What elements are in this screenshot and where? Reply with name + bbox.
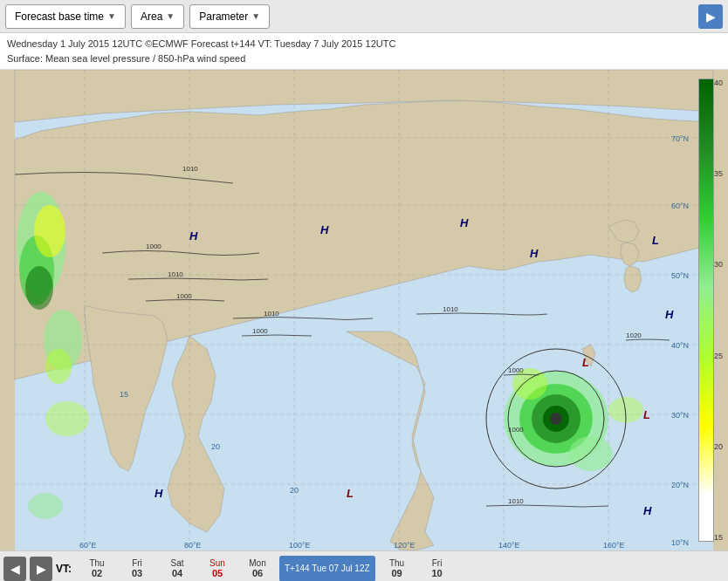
svg-point-28: [25, 266, 53, 310]
forecast-info-line1: Wednesday 1 July 2015 12UTC ©ECMWF Forec…: [7, 37, 721, 51]
svg-text:H: H: [530, 247, 539, 260]
svg-text:L: L: [652, 234, 659, 247]
svg-text:20: 20: [211, 442, 220, 451]
timeline-item-sat04[interactable]: Sat 04: [159, 557, 196, 580]
timeline-item-fri10[interactable]: Fri 10: [419, 557, 456, 580]
svg-text:160°E: 160°E: [603, 541, 625, 550]
parameter-label: Parameter: [199, 10, 248, 23]
svg-text:1010: 1010: [182, 165, 198, 173]
forecast-info-line2: Surface: Mean sea level pressure / 850-h…: [7, 51, 721, 66]
forecast-base-time-label: Forecast base time: [15, 10, 104, 23]
svg-text:80°E: 80°E: [184, 541, 202, 550]
svg-text:L: L: [643, 408, 650, 421]
timeline-active-label: T+144 Tue 07 Jul 12Z: [285, 564, 370, 573]
area-button[interactable]: Area ▼: [131, 4, 184, 29]
scale-label-30: 30: [700, 260, 723, 269]
svg-text:1010: 1010: [508, 497, 524, 505]
timeline-day: Fri: [132, 558, 142, 568]
timeline-item-thu09[interactable]: Thu 09: [379, 557, 416, 580]
svg-text:20: 20: [290, 486, 299, 495]
svg-text:60°N: 60°N: [671, 202, 689, 210]
weather-map: 70°N 60°N 50°N 40°N 30°N 20°N 10°N 60°E …: [0, 70, 728, 550]
svg-point-38: [34, 205, 65, 257]
svg-text:1000: 1000: [176, 292, 192, 300]
svg-text:30°N: 30°N: [671, 411, 689, 420]
scale-label-25: 25: [700, 352, 723, 360]
svg-text:40°N: 40°N: [671, 341, 689, 350]
svg-text:1000: 1000: [508, 366, 524, 374]
timeline-item-mon06[interactable]: Mon 06: [239, 557, 276, 580]
timeline-day: Thu: [389, 558, 404, 568]
svg-text:1000: 1000: [508, 426, 524, 434]
svg-text:140°E: 140°E: [498, 541, 520, 550]
svg-text:1010: 1010: [168, 270, 183, 278]
svg-text:15: 15: [120, 390, 128, 399]
area-dropdown-arrow: ▼: [166, 11, 175, 21]
scale-label-40: 40: [700, 79, 723, 87]
timeline-next-icon: ▶: [37, 562, 46, 576]
timeline-day: Sat: [170, 558, 183, 568]
timeline-prev-icon: ◀: [10, 562, 20, 576]
svg-text:20°N: 20°N: [671, 481, 689, 489]
svg-point-30: [45, 349, 72, 384]
color-scale-labels: 40 35 30 25 20 15: [700, 79, 725, 542]
timeline-next-button[interactable]: ▶: [30, 557, 52, 581]
svg-text:H: H: [665, 308, 674, 321]
svg-point-35: [550, 413, 562, 425]
scale-label-35: 35: [700, 169, 723, 178]
forecast-dropdown-arrow: ▼: [107, 11, 116, 21]
svg-text:H: H: [643, 504, 652, 517]
svg-text:1010: 1010: [443, 305, 458, 313]
timeline-date: 04: [172, 568, 182, 578]
svg-text:1010: 1010: [264, 310, 279, 318]
timeline-day: Thu: [89, 558, 104, 568]
forecast-base-time-button[interactable]: Forecast base time ▼: [5, 4, 126, 29]
timeline-date: 06: [252, 568, 263, 578]
toolbar-next-icon: ▶: [706, 10, 716, 24]
scale-label-20: 20: [700, 442, 723, 451]
toolbar-next-button[interactable]: ▶: [698, 4, 723, 29]
svg-text:120°E: 120°E: [394, 541, 416, 550]
timeline-date: 02: [92, 568, 102, 578]
timeline-date: 03: [132, 568, 142, 578]
timeline-day: Mon: [249, 558, 265, 568]
svg-text:L: L: [347, 487, 354, 500]
svg-point-40: [28, 493, 63, 519]
parameter-button[interactable]: Parameter ▼: [189, 4, 270, 29]
map-container: 70°N 60°N 50°N 40°N 30°N 20°N 10°N 60°E …: [0, 70, 728, 550]
timeline-item-thu02[interactable]: Thu 02: [79, 557, 115, 580]
timeline-prev-button[interactable]: ◀: [3, 557, 26, 581]
svg-text:H: H: [155, 487, 163, 500]
svg-text:H: H: [460, 216, 469, 229]
timeline-item-sun05[interactable]: Sun 05: [199, 557, 236, 580]
svg-point-36: [569, 436, 613, 471]
svg-text:H: H: [189, 229, 198, 243]
svg-text:H: H: [320, 223, 329, 236]
area-label: Area: [141, 10, 162, 23]
infobar: Wednesday 1 July 2015 12UTC ©ECMWF Forec…: [0, 33, 728, 70]
timeline-item-fri03[interactable]: Fri 03: [119, 557, 155, 580]
timeline-date: 10: [431, 568, 442, 578]
timeline-day: Sun: [209, 558, 225, 568]
svg-text:L: L: [582, 356, 589, 369]
timeline: ◀ ▶ VT: Thu 02 Fri 03 Sat 04 Sun 05 Mon …: [0, 550, 728, 581]
timeline-date: 09: [391, 568, 402, 578]
svg-text:1020: 1020: [626, 332, 642, 339]
timeline-day: Fri: [432, 558, 443, 568]
svg-text:50°N: 50°N: [671, 271, 689, 280]
svg-text:10°N: 10°N: [671, 538, 689, 547]
parameter-dropdown-arrow: ▼: [251, 11, 260, 21]
vt-label: VT:: [56, 563, 72, 575]
svg-text:60°E: 60°E: [79, 541, 97, 550]
scale-label-15: 15: [700, 533, 723, 542]
svg-text:1000: 1000: [252, 327, 268, 335]
svg-text:1000: 1000: [146, 243, 161, 250]
timeline-date: 05: [212, 568, 223, 578]
svg-text:70°N: 70°N: [671, 134, 689, 143]
toolbar: Forecast base time ▼ Area ▼ Parameter ▼ …: [0, 0, 728, 33]
svg-text:100°E: 100°E: [289, 541, 311, 550]
timeline-active-box[interactable]: T+144 Tue 07 Jul 12Z: [279, 556, 375, 582]
svg-point-39: [45, 401, 89, 436]
